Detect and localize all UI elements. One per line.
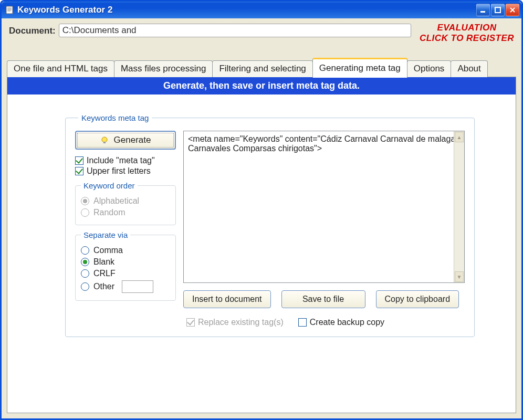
left-column: Generate Include "meta tag" Upper first … [75,131,176,327]
checkbox-icon [298,318,307,327]
svg-rect-10 [103,142,106,143]
radio-icon [81,282,89,291]
instruction-bar: Generate, then save or insert meta tag d… [7,77,516,94]
checkbox-icon [75,156,83,165]
radio-crlf-label: CRLF [93,269,116,278]
close-button[interactable] [506,4,519,16]
keyword-order-legend: Keyword order [81,181,138,190]
eval-line2: CLICK TO REGISTER [420,33,514,44]
create-backup-checkbox[interactable]: Create backup copy [298,318,384,327]
radio-blank[interactable]: Blank [81,257,170,267]
radio-random: Random [81,208,170,217]
tab-generating-meta[interactable]: Generating meta tag [312,58,407,78]
scroll-down-icon[interactable]: ▼ [455,271,464,282]
svg-point-9 [102,137,107,142]
output-textarea[interactable]: <meta name="Keywords" content="Cádiz Car… [183,131,465,283]
window-buttons [476,4,519,16]
keyword-order-group: Keyword order Alphabetical Random [75,181,176,225]
copy-to-clipboard-button[interactable]: Copy to clipboard [376,290,459,308]
radio-icon [81,246,89,255]
titlebar: Keywords Generator 2 [2,2,521,18]
include-meta-tag-checkbox[interactable]: Include "meta tag" [75,156,176,165]
keywords-meta-tag-group: Keywords meta tag Generate Incl [65,113,475,337]
radio-other-label: Other [93,282,114,291]
group-legend: Keywords meta tag [78,113,152,122]
tab-bar: One file and HTML tags Mass files proces… [2,43,521,77]
window-title: Keywords Generator 2 [17,5,476,15]
app-window: Keywords Generator 2 Document: EVALUATIO… [0,0,523,420]
bottom-options: Replace existing tag(s) Create backup co… [183,316,465,327]
radio-icon [81,258,89,266]
radio-alphabetical: Alphabetical [81,196,170,206]
right-column: <meta name="Keywords" content="Cádiz Car… [183,131,465,327]
separate-via-group: Separate via Comma Blank C [75,230,176,301]
action-button-row: Insert to document Save to file Copy to … [183,290,465,308]
radio-other[interactable]: Other [81,280,170,293]
document-row: Document: EVALUATION CLICK TO REGISTER [2,18,521,43]
evaluation-banner[interactable]: EVALUATION CLICK TO REGISTER [420,23,514,43]
document-path-input[interactable] [59,24,411,37]
radio-icon [81,197,89,205]
lightbulb-icon [100,136,109,144]
tab-filtering[interactable]: Filtering and selecting [212,60,312,77]
document-label: Document: [9,26,56,36]
checkbox-icon [75,167,83,175]
save-to-file-button[interactable]: Save to file [281,290,365,308]
radio-alphabetical-label: Alphabetical [93,196,139,206]
upper-first-letters-checkbox[interactable]: Upper first letters [75,166,176,176]
radio-comma-label: Comma [93,246,123,255]
svg-rect-6 [495,7,500,13]
tab-about[interactable]: About [451,60,487,77]
insert-to-document-button[interactable]: Insert to document [183,290,271,308]
replace-existing-label: Replace existing tag(s) [198,318,284,327]
output-text: <meta name="Keywords" content="Cádiz Car… [188,134,455,153]
content-area: Keywords meta tag Generate Incl [7,94,516,348]
tab-one-file[interactable]: One file and HTML tags [7,60,114,77]
radio-icon [81,208,89,217]
generate-button[interactable]: Generate [75,131,176,150]
upper-first-letters-label: Upper first letters [87,166,151,176]
app-icon [5,5,14,15]
other-separator-input[interactable] [122,280,153,293]
replace-existing-checkbox: Replace existing tag(s) [186,318,284,327]
radio-random-label: Random [93,208,125,217]
minimize-button[interactable] [476,4,490,16]
radio-comma[interactable]: Comma [81,246,170,255]
tab-mass-files[interactable]: Mass files processing [114,60,213,77]
include-meta-tag-label: Include "meta tag" [87,156,155,165]
generate-button-label: Generate [114,135,151,145]
tab-options[interactable]: Options [407,60,452,77]
radio-blank-label: Blank [93,257,114,267]
create-backup-label: Create backup copy [310,318,384,327]
svg-rect-5 [480,11,485,13]
maximize-button[interactable] [491,4,505,16]
separate-via-legend: Separate via [81,230,130,239]
scroll-up-icon[interactable]: ▲ [455,132,464,142]
eval-line1: EVALUATION [420,23,514,33]
scrollbar[interactable]: ▲ ▼ [454,131,464,282]
radio-crlf[interactable]: CRLF [81,269,170,278]
checkbox-icon [186,318,195,327]
tab-panel: Generate, then save or insert meta tag d… [7,77,516,413]
radio-icon [81,269,89,278]
